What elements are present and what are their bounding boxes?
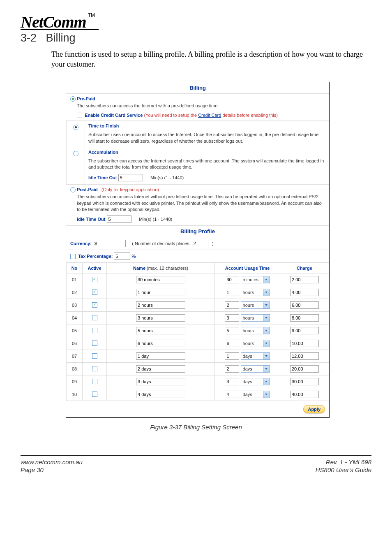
chevron-down-icon xyxy=(263,366,270,372)
postpaid-label: Post-Paid xyxy=(77,187,98,192)
row-no: 08 xyxy=(67,362,83,375)
row-active-checkbox[interactable] xyxy=(92,366,97,371)
row-unit-select[interactable]: days xyxy=(241,391,270,398)
row-active-checkbox[interactable] xyxy=(92,302,97,308)
row-unit-value: days xyxy=(243,366,261,371)
row-active-checkbox[interactable] xyxy=(92,379,97,384)
row-charge-input[interactable] xyxy=(290,352,319,360)
row-active-checkbox[interactable] xyxy=(92,341,97,346)
row-name-input[interactable] xyxy=(136,314,185,322)
time-to-finish-radio[interactable] xyxy=(73,125,78,130)
row-unit-value: hours xyxy=(243,328,261,333)
prepaid-radio[interactable] xyxy=(70,96,76,102)
row-unit-select[interactable]: hours xyxy=(241,289,270,296)
prepaid-options-table: Time to Finish Subscriber uses one accou… xyxy=(66,120,329,184)
row-no: 05 xyxy=(67,324,83,337)
row-charge-input[interactable] xyxy=(290,314,319,322)
row-qty-input[interactable] xyxy=(225,276,239,283)
pp-idle-range: Min(s) (1 - 1440) xyxy=(139,217,172,222)
figure-caption: Figure 3-37 Billing Setting Screen xyxy=(21,424,371,431)
brand-logo: NetComm TM xyxy=(21,12,371,30)
row-name-input[interactable] xyxy=(136,378,185,385)
row-qty-input[interactable] xyxy=(225,327,239,334)
table-row: 06 hours xyxy=(67,337,329,350)
chevron-down-icon xyxy=(263,289,270,296)
row-name-input[interactable] xyxy=(136,365,185,373)
row-active-checkbox[interactable] xyxy=(92,315,97,320)
acc-desc: The subscriber can access the Internet s… xyxy=(88,158,325,171)
row-name-input[interactable] xyxy=(136,340,185,347)
row-unit-select[interactable]: days xyxy=(241,378,270,385)
row-active-checkbox[interactable] xyxy=(92,277,97,282)
tax-checkbox[interactable] xyxy=(70,254,76,259)
table-row: 04 hours xyxy=(67,311,329,324)
page-footer: www.netcomm.com.au Page 30 Rev. 1 - YML6… xyxy=(21,455,371,474)
table-row: 05 hours xyxy=(67,324,329,337)
section-body: The function is used to setup a billing … xyxy=(51,49,371,70)
row-qty-input[interactable] xyxy=(225,391,239,398)
row-qty-input[interactable] xyxy=(225,301,239,309)
row-qty-input[interactable] xyxy=(225,314,239,322)
section-heading: 3-2 Billing xyxy=(21,32,371,44)
row-qty-input[interactable] xyxy=(225,352,239,360)
row-charge-input[interactable] xyxy=(290,327,319,334)
row-active-checkbox[interactable] xyxy=(92,353,97,359)
chevron-down-icon xyxy=(263,276,270,283)
row-unit-select[interactable]: hours xyxy=(241,301,270,309)
row-unit-value: hours xyxy=(243,341,261,346)
acc-label: Accumulation xyxy=(88,150,325,155)
prepaid-desc: The subscribers can access the Internet … xyxy=(77,103,325,109)
row-name-input[interactable] xyxy=(136,352,185,360)
row-unit-value: days xyxy=(243,379,261,384)
accumulation-radio[interactable] xyxy=(73,151,78,156)
chevron-down-icon xyxy=(263,353,270,359)
footer-rev: Rev. 1 - YML698 xyxy=(326,459,371,466)
col-no: No xyxy=(67,263,83,273)
row-charge-input[interactable] xyxy=(290,378,319,385)
row-name-input[interactable] xyxy=(136,289,185,296)
row-unit-select[interactable]: minutes xyxy=(241,276,270,283)
row-unit-select[interactable]: hours xyxy=(241,340,270,347)
row-name-input[interactable] xyxy=(136,327,185,334)
table-row: 01 minutes xyxy=(67,273,329,286)
pp-idle-input[interactable] xyxy=(107,215,131,223)
row-no: 03 xyxy=(67,299,83,311)
row-charge-input[interactable] xyxy=(290,276,319,283)
row-charge-input[interactable] xyxy=(290,340,319,347)
row-unit-select[interactable]: hours xyxy=(241,327,270,334)
table-row: 03 hours xyxy=(67,299,329,311)
row-unit-select[interactable]: days xyxy=(241,352,270,360)
row-charge-input[interactable] xyxy=(290,289,319,296)
row-charge-input[interactable] xyxy=(290,301,319,309)
tax-input[interactable] xyxy=(114,253,130,260)
decimals-input[interactable] xyxy=(192,240,208,247)
row-unit-select[interactable]: hours xyxy=(241,314,270,322)
row-name-input[interactable] xyxy=(136,391,185,398)
row-name-input[interactable] xyxy=(136,301,185,309)
row-charge-input[interactable] xyxy=(290,391,319,398)
col-active: Active xyxy=(83,263,107,273)
credit-card-link[interactable]: Credit Card xyxy=(198,113,221,118)
row-qty-input[interactable] xyxy=(225,365,239,373)
acc-idle-input[interactable] xyxy=(118,174,143,181)
table-row: 08 days xyxy=(67,362,329,375)
currency-input[interactable] xyxy=(93,240,126,247)
apply-button[interactable]: Apply xyxy=(303,405,325,413)
chevron-down-icon xyxy=(263,315,270,321)
row-qty-input[interactable] xyxy=(225,289,239,296)
row-active-checkbox[interactable] xyxy=(92,392,97,397)
col-charge: Charge xyxy=(280,263,329,273)
logo-text: NetComm xyxy=(21,13,86,31)
row-charge-input[interactable] xyxy=(290,365,319,373)
row-unit-select[interactable]: days xyxy=(241,365,270,373)
col-name: Name (max. 12 characters) xyxy=(107,263,215,273)
row-name-input[interactable] xyxy=(136,276,185,283)
row-no: 06 xyxy=(67,337,83,350)
postpaid-radio[interactable] xyxy=(70,187,76,192)
credit-card-checkbox[interactable] xyxy=(77,113,82,118)
row-qty-input[interactable] xyxy=(225,340,239,347)
row-unit-value: days xyxy=(243,354,261,359)
row-qty-input[interactable] xyxy=(225,378,239,385)
row-active-checkbox[interactable] xyxy=(92,290,97,295)
row-active-checkbox[interactable] xyxy=(92,328,97,333)
